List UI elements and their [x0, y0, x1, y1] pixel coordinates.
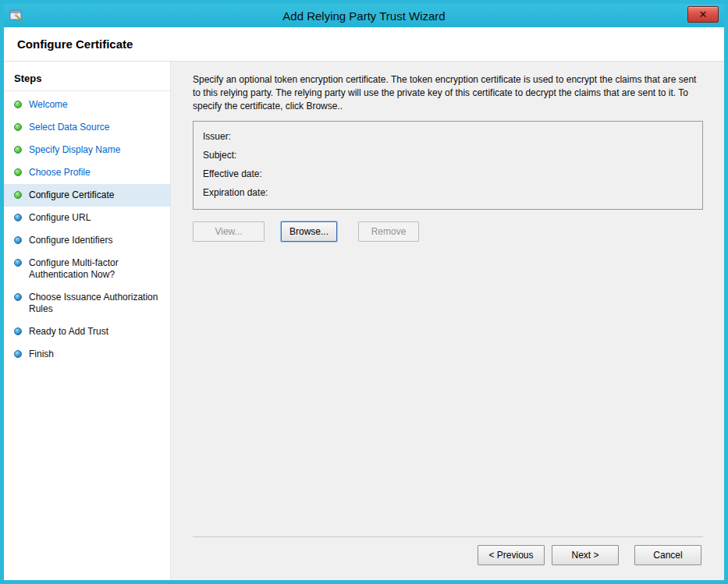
titlebar: Add Relying Party Trust Wizard ✕ [4, 4, 724, 27]
step-pending-icon [14, 293, 22, 301]
certificate-actions: View... Browse... Remove [193, 221, 703, 242]
close-icon: ✕ [699, 8, 708, 22]
previous-button[interactable]: < Previous [478, 545, 545, 565]
step-current-icon [14, 191, 22, 199]
step-pending-icon [14, 327, 22, 335]
cert-effective-date-label: Effective date: [203, 165, 693, 183]
remove-button: Remove [358, 221, 419, 242]
cert-issuer-label: Issuer: [203, 127, 693, 146]
sidebar-item-configure-url: Configure URL [4, 207, 170, 229]
sidebar-item-select-data-source[interactable]: Select Data Source [4, 116, 170, 139]
close-button[interactable]: ✕ [687, 6, 719, 23]
next-button[interactable]: Next > [552, 545, 619, 565]
view-button: View... [193, 221, 265, 242]
wizard-body: Steps Welcome Select Data Source Specify… [4, 62, 724, 580]
sidebar-item-configure-certificate: Configure Certificate [4, 184, 170, 207]
sidebar-item-configure-mfa: Configure Multi-factor Authentication No… [4, 252, 170, 286]
window-title: Add Relying Party Trust Wizard [4, 9, 724, 23]
sidebar-item-finish: Finish [4, 343, 170, 366]
steps-heading: Steps [4, 67, 170, 91]
browse-button[interactable]: Browse... [281, 221, 337, 242]
step-pending-icon [14, 236, 22, 244]
page-title: Configure Certificate [17, 37, 133, 51]
main-panel: Specify an optional token encryption cer… [171, 62, 724, 580]
step-pending-icon [14, 259, 22, 267]
certificate-details-box: Issuer: Subject: Effective date: Expirat… [193, 121, 703, 210]
cancel-button[interactable]: Cancel [634, 545, 701, 565]
sidebar-item-welcome[interactable]: Welcome [4, 94, 170, 116]
steps-sidebar: Steps Welcome Select Data Source Specify… [4, 62, 171, 580]
wizard-window: Add Relying Party Trust Wizard ✕ Configu… [0, 0, 728, 584]
step-complete-icon [14, 123, 22, 131]
sidebar-item-choose-issuance-rules: Choose Issuance Authorization Rules [4, 286, 170, 320]
sidebar-item-choose-profile[interactable]: Choose Profile [4, 161, 170, 184]
step-complete-icon [14, 146, 22, 154]
instructions-text: Specify an optional token encryption cer… [193, 73, 703, 113]
wizard-navigation: < Previous Next > Cancel [193, 536, 703, 571]
sidebar-item-ready-to-add-trust: Ready to Add Trust [4, 320, 170, 343]
step-complete-icon [14, 101, 22, 108]
cert-expiration-date-label: Expiration date: [203, 183, 693, 202]
sidebar-item-specify-display-name[interactable]: Specify Display Name [4, 139, 170, 161]
sidebar-item-configure-identifiers: Configure Identifiers [4, 229, 170, 252]
page-header: Configure Certificate [4, 27, 724, 62]
step-pending-icon [14, 214, 22, 221]
cert-subject-label: Subject: [203, 146, 693, 165]
step-pending-icon [14, 350, 22, 358]
step-complete-icon [14, 168, 22, 176]
